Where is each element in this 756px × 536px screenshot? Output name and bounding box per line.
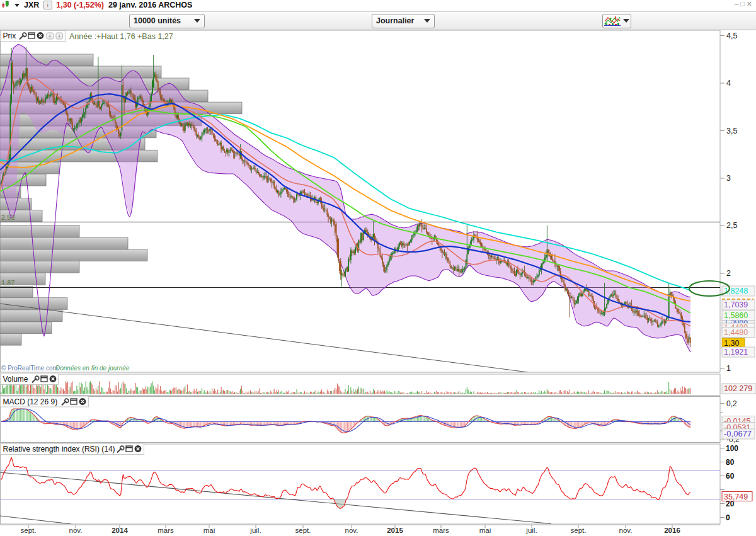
- svg-text:4,5: 4,5: [726, 31, 737, 40]
- svg-text:1: 1: [726, 364, 731, 373]
- svg-text:sept.: sept.: [21, 527, 37, 534]
- svg-text:Relative strength index (RSI): Relative strength index (RSI) (14): [3, 445, 115, 453]
- svg-text:mars: mars: [158, 527, 174, 534]
- svg-text:2,5: 2,5: [726, 221, 737, 230]
- svg-text:sept.: sept.: [295, 527, 311, 534]
- svg-text:juil.: juil.: [249, 527, 261, 534]
- svg-text:juil.: juil.: [525, 527, 537, 534]
- svg-text:102 279: 102 279: [724, 384, 752, 393]
- svg-text:mars: mars: [433, 527, 449, 534]
- svg-text:80: 80: [726, 458, 735, 467]
- svg-text:Prix: Prix: [3, 31, 16, 40]
- svg-text:Données en fin de journée: Données en fin de journée: [55, 365, 130, 372]
- svg-text:MACD (12 26 9): MACD (12 26 9): [3, 397, 58, 406]
- svg-text:1,5860: 1,5860: [724, 311, 748, 320]
- svg-text:1,7039: 1,7039: [724, 300, 748, 309]
- svg-text:4: 4: [726, 79, 731, 88]
- svg-text:mai: mai: [479, 527, 491, 534]
- svg-text:2,53: 2,53: [1, 214, 14, 221]
- svg-text:-0,0677: -0,0677: [724, 429, 752, 438]
- svg-text:mai: mai: [203, 527, 215, 534]
- svg-text:1,30: 1,30: [724, 339, 739, 348]
- svg-text:2016: 2016: [664, 527, 680, 534]
- svg-text:Année :+Haut 1,76 +Bas 1,27: Année :+Haut 1,76 +Bas 1,27: [69, 32, 173, 41]
- svg-text:100: 100: [726, 444, 738, 453]
- svg-text:0,2: 0,2: [726, 399, 737, 408]
- svg-text:3: 3: [726, 174, 731, 183]
- svg-text:2014: 2014: [112, 527, 128, 534]
- svg-text:0: 0: [726, 513, 730, 522]
- svg-text:2015: 2015: [387, 527, 403, 534]
- svg-text:60: 60: [726, 472, 735, 481]
- svg-text:© ProRealTime.com: © ProRealTime.com: [1, 365, 58, 372]
- svg-text:sept.: sept.: [571, 527, 587, 534]
- svg-text:3,5: 3,5: [726, 127, 737, 135]
- svg-text:1,1921: 1,1921: [724, 348, 748, 356]
- svg-text:nov.: nov.: [345, 527, 358, 534]
- svg-text:2: 2: [726, 269, 731, 278]
- svg-text:35,749: 35,749: [724, 493, 748, 501]
- svg-text:nov.: nov.: [619, 527, 633, 534]
- svg-text:1,87: 1,87: [1, 279, 14, 287]
- svg-text:1,4480: 1,4480: [724, 328, 748, 337]
- svg-text:nov.: nov.: [69, 527, 83, 534]
- svg-text:Volume: Volume: [3, 375, 28, 384]
